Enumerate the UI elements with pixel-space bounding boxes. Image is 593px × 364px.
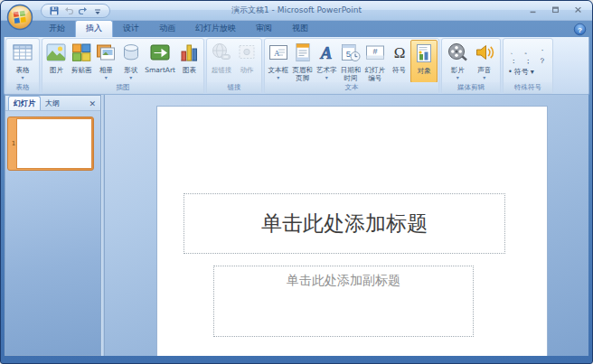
button-wordart[interactable]: A艺术字▾ bbox=[315, 41, 338, 82]
tab-slideshow[interactable]: 幻灯片放映 bbox=[185, 21, 246, 37]
symbol-row: 、。· bbox=[507, 47, 549, 55]
slide-thumbnail[interactable] bbox=[17, 119, 91, 168]
ribbon-group-label: 媒体剪辑 bbox=[442, 82, 500, 93]
table-icon bbox=[12, 42, 33, 67]
symbol-grid: 、。·：；？•符号▾ bbox=[504, 39, 552, 82]
tab-review[interactable]: 审阅 bbox=[246, 21, 282, 37]
symbol-button[interactable]: ？ bbox=[538, 57, 547, 65]
slide-thumbnail-selected[interactable]: 1 bbox=[7, 117, 94, 171]
slide-editor-area: 单击此处添加标题 单击此处添加副标题 bbox=[105, 95, 588, 356]
symbol-button-label: 符号 bbox=[514, 67, 529, 77]
ribbon-group-media: 影片▾声音▾媒体剪辑 bbox=[441, 38, 501, 94]
button-label: 符号 bbox=[392, 67, 406, 75]
button-symbol-insert[interactable]: •符号▾ bbox=[507, 67, 549, 77]
textbox-icon: A bbox=[268, 42, 289, 67]
chevron-down-icon: ▾ bbox=[483, 75, 485, 80]
ribbon-group-illustrations: 图片剪贴画相册▾形状▾SmartArt图表插图 bbox=[42, 38, 204, 94]
button-label: 页脚 bbox=[296, 75, 309, 83]
ribbon-group-table: 表格▾表格 bbox=[5, 38, 40, 94]
workspace: 幻灯片大纲✕ 1 单击此处添加标题 单击此处添加副标题 bbox=[5, 95, 588, 356]
sound-icon bbox=[474, 42, 495, 67]
symbol-button[interactable]: · bbox=[538, 47, 547, 55]
panel-tab-slides[interactable]: 幻灯片 bbox=[8, 96, 41, 110]
maximize-icon bbox=[551, 1, 560, 18]
symbol-button[interactable]: ； bbox=[523, 57, 532, 65]
tab-home[interactable]: 开始 bbox=[39, 21, 75, 37]
action-icon bbox=[236, 42, 258, 67]
panel-tab-outline[interactable]: 大纲 bbox=[41, 97, 64, 110]
close-button[interactable] bbox=[571, 4, 584, 14]
button-chart[interactable]: 图表 bbox=[177, 41, 201, 82]
button-textbox[interactable]: A文本框▾ bbox=[267, 41, 290, 82]
maximize-button[interactable] bbox=[549, 4, 561, 14]
hyperlink-icon bbox=[211, 42, 232, 67]
slides-panel: 幻灯片大纲✕ 1 bbox=[5, 95, 100, 356]
tab-insert[interactable]: 插入 bbox=[75, 20, 113, 37]
svg-text:#: # bbox=[372, 47, 377, 56]
datetime-icon: 5 bbox=[340, 42, 362, 67]
ribbon-group-label: 插图 bbox=[42, 82, 203, 93]
wordart-icon: A bbox=[315, 42, 337, 67]
ribbon-group-label: 文本 bbox=[265, 82, 438, 93]
svg-text:5: 5 bbox=[346, 49, 351, 59]
button-smartart[interactable]: SmartArt bbox=[144, 41, 176, 82]
svg-text:?: ? bbox=[578, 26, 582, 34]
slide-canvas[interactable]: 单击此处添加标题 单击此处添加副标题 bbox=[157, 107, 547, 356]
button-table[interactable]: 表格▾ bbox=[11, 41, 34, 82]
button-label: 图表 bbox=[183, 67, 196, 75]
symbol-row: ：；？ bbox=[507, 57, 549, 65]
symbol-icon: Ω bbox=[389, 42, 410, 67]
button-movie[interactable]: 影片▾ bbox=[446, 41, 469, 82]
chevron-down-icon: ▾ bbox=[531, 68, 534, 76]
button-label: 动作 bbox=[240, 67, 254, 75]
minimize-icon bbox=[528, 1, 538, 18]
movie-icon bbox=[447, 42, 468, 67]
ribbon: 表格▾表格图片剪贴画相册▾形状▾SmartArt图表插图超链接动作链接A文本框▾… bbox=[4, 37, 589, 95]
symbol-button[interactable]: 、 bbox=[509, 47, 518, 55]
close-icon bbox=[573, 1, 583, 18]
button-label: SmartArt bbox=[145, 67, 175, 75]
symbol-button[interactable]: 。 bbox=[523, 47, 532, 55]
chevron-down-icon: ▾ bbox=[129, 75, 132, 80]
bullet-icon: • bbox=[508, 68, 513, 76]
picture-icon bbox=[45, 42, 67, 67]
button-picture[interactable]: 图片 bbox=[44, 41, 68, 82]
chevron-down-icon: ▾ bbox=[105, 75, 108, 80]
button-header-footer[interactable]: 页眉和页脚 bbox=[291, 41, 315, 82]
button-action: 动作 bbox=[235, 41, 259, 82]
smartart-icon bbox=[149, 42, 171, 67]
ribbon-group-special-symbols: 、。·：；？•符号▾特殊符号 bbox=[503, 38, 553, 94]
tab-view[interactable]: 视图 bbox=[282, 21, 318, 37]
tab-design[interactable]: 设计 bbox=[113, 21, 149, 37]
help-button[interactable]: ? bbox=[573, 23, 587, 36]
button-label: 剪贴画 bbox=[71, 67, 92, 75]
window-title: 演示文稿1 - Microsoft PowerPoint bbox=[1, 5, 592, 16]
button-label: 对象 bbox=[418, 68, 431, 76]
button-photo-album[interactable]: 相册▾ bbox=[94, 41, 118, 82]
button-label: 图片 bbox=[50, 67, 63, 75]
button-label: 编号 bbox=[368, 75, 381, 83]
button-symbol[interactable]: Ω符号 bbox=[388, 41, 411, 82]
clipart-icon bbox=[71, 42, 92, 67]
button-sound[interactable]: 声音▾ bbox=[473, 41, 496, 82]
button-shapes[interactable]: 形状▾ bbox=[119, 41, 143, 82]
button-clipart[interactable]: 剪贴画 bbox=[70, 41, 93, 82]
subtitle-placeholder[interactable]: 单击此处添加副标题 bbox=[213, 266, 474, 337]
tab-animations[interactable]: 动画 bbox=[149, 21, 185, 37]
panel-close-button[interactable]: ✕ bbox=[87, 99, 98, 110]
symbol-button[interactable]: ： bbox=[509, 57, 518, 65]
powerpoint-window: 演示文稿1 - Microsoft PowerPoint 开始插入设计动画幻灯片… bbox=[0, 0, 593, 364]
minimize-button[interactable] bbox=[526, 4, 539, 14]
shapes-icon bbox=[120, 42, 142, 67]
button-object[interactable]: 对象 bbox=[410, 40, 438, 83]
title-placeholder[interactable]: 单击此处添加标题 bbox=[184, 193, 505, 254]
header-footer-icon bbox=[292, 42, 314, 67]
svg-text:Ω: Ω bbox=[393, 44, 405, 61]
object-icon bbox=[413, 42, 435, 68]
chevron-down-icon: ▾ bbox=[277, 75, 279, 80]
button-label: 超链接 bbox=[212, 67, 232, 75]
button-date-time[interactable]: 5日期和时间 bbox=[339, 41, 362, 82]
button-slide-number[interactable]: #幻灯片编号 bbox=[363, 41, 387, 82]
ribbon-group-links: 超链接动作链接 bbox=[206, 38, 262, 94]
office-button[interactable] bbox=[6, 4, 33, 31]
